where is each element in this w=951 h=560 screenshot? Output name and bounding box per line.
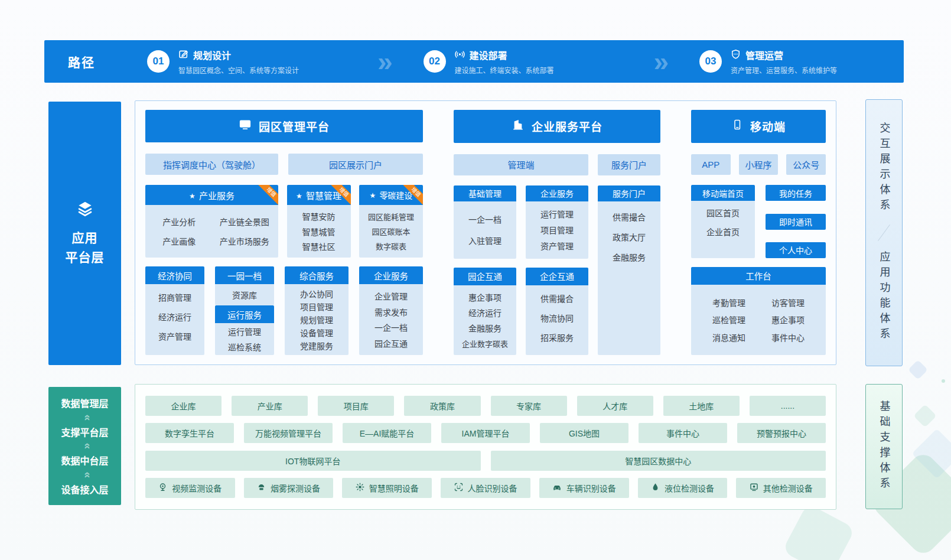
group-industry-services: 产业服务 增值 产业分析 产业链全景图 产业画像 产业市场服务 (145, 185, 278, 258)
group-item: 园企互通 (374, 337, 408, 349)
group-item: 巡检管理 (712, 314, 745, 325)
group-item: 产业画像 (162, 235, 196, 247)
droplet-icon (651, 483, 660, 493)
support-platform: 预警预报中心 (737, 423, 826, 443)
group-header: 经济协同 (145, 266, 204, 284)
phone-icon (731, 119, 743, 134)
device-box: 视频监测设备 (145, 478, 235, 498)
group-item: 智慧社区 (302, 240, 336, 252)
group-item: 惠企事项 (468, 291, 501, 303)
value-added-ribbon: 增值 (403, 185, 423, 205)
edit-icon (178, 49, 188, 61)
face-icon (454, 483, 463, 493)
device-label: 视频监测设备 (172, 482, 222, 494)
layer-label: 支撑平台层 (61, 425, 108, 439)
support-platform: 数字孪生平台 (145, 423, 234, 443)
group-comprehensive-services: 综合服务 办公协同 项目管理 规划管理 设备管理 党建服务 (285, 266, 349, 355)
data-library: 产业库 (232, 396, 308, 416)
group-item: 一企一档 (468, 213, 501, 225)
section-header: 园区管理平台 (145, 110, 423, 142)
step-description: 资产管理、运营服务、系统维护等 (731, 65, 837, 75)
device-label: 烟雾探测设备 (271, 482, 320, 494)
data-library: 政策库 (404, 396, 480, 416)
section-title: 企业服务平台 (532, 118, 602, 134)
decor-cube (908, 360, 928, 380)
data-and-support-panel: 企业库 产业库 项目库 政策库 专家库 人才库 土地库 ...... 数字孪生平… (135, 384, 836, 510)
group-item: 消息通知 (712, 331, 745, 343)
basic-support-system-bar: 基础支撑体系 (865, 384, 903, 509)
device-box: 烟雾探测设备 (244, 478, 334, 498)
smart-park-architecture-diagram: 路径 01 规划设计 智慧园区概念、空间、系统等方案设计 02 建设部署 建设施… (0, 0, 951, 560)
group-item: 园区碳账本 (372, 226, 410, 237)
group-item: 巡检系统 (228, 341, 261, 353)
value-added-ribbon: 增值 (331, 185, 351, 205)
group-header: 一园一档 (215, 266, 274, 284)
monitor-icon (239, 118, 252, 134)
group-header: 园企互通 (454, 268, 516, 285)
group-item: 产业分析 (162, 216, 196, 227)
device-box: 液位检测设备 (638, 478, 728, 498)
device-label: 人脸识别设备 (468, 482, 517, 494)
portal-command-center: 指挥调度中心（驾驶舱） (145, 154, 278, 175)
step-description: 智慧园区概念、空间、系统等方案设计 (178, 65, 299, 75)
group-item: 一企一档 (374, 321, 408, 333)
group-header: 综合服务 (285, 266, 349, 284)
portal-management-side: 管理端 (454, 154, 588, 175)
path-step-2: 02 建设部署 建设施工、终端安装、系统部署 (424, 48, 623, 75)
group-enterprise-to-enterprise: 企企互通 供需撮合 物流协同 招采服务 (526, 268, 588, 355)
group-header: 产业服务 增值 (145, 185, 278, 205)
group-item: 事件中心 (771, 331, 805, 343)
data-libraries-row: 企业库 产业库 项目库 政策库 专家库 人才库 土地库 ...... (145, 396, 826, 416)
value-added-ribbon: 增值 (258, 185, 278, 205)
decor-dot (942, 379, 945, 383)
star-icon (296, 190, 302, 200)
data-library: 项目库 (318, 396, 394, 416)
group-title: 产业服务 (199, 189, 235, 201)
group-item: 需求发布 (374, 306, 408, 318)
group-item: 资源库 (232, 289, 257, 301)
vertical-label: 基础支撑体系 (877, 401, 892, 493)
path-step-1: 01 规划设计 智慧园区概念、空间、系统等方案设计 (147, 48, 347, 75)
step-number-badge: 02 (424, 50, 446, 73)
group-header: 企业服务 (526, 185, 588, 201)
personal-center-button: 个人中心 (766, 242, 826, 258)
step-description: 建设施工、终端安装、系统部署 (455, 65, 554, 75)
group-economic-synergy: 经济协同 招商管理 经济运行 资产管理 (145, 266, 204, 355)
layer-label: 设备接入层 (61, 482, 108, 496)
application-platform-panel: 园区管理平台 指挥调度中心（驾驶舱） 园区展示门户 产业服务 增值 产业分析 产… (135, 100, 836, 365)
chevron-right-icon (347, 50, 424, 73)
device-label: 其他检测设备 (763, 482, 813, 494)
layer-label: 数据中台层 (61, 453, 108, 467)
light-icon (356, 483, 364, 493)
my-tasks-button: 我的任务 (766, 185, 826, 201)
support-platform: 事件中心 (639, 423, 727, 443)
car-icon (552, 483, 562, 493)
group-item: 资产管理 (540, 240, 574, 252)
star-icon (370, 190, 376, 200)
infrastructure-layers-sidebar: 数据管理层 支撑平台层 数据中台层 设备接入层 (48, 387, 121, 505)
group-header: 基础管理 (454, 185, 516, 201)
building-icon (512, 118, 525, 134)
section-title: 园区管理平台 (259, 118, 330, 134)
data-library: 土地库 (663, 396, 740, 416)
star-icon (189, 190, 196, 200)
middle-platforms-row: IOT物联网平台 智慧园区数据中心 (145, 451, 826, 471)
group-item: 智慧城管 (302, 226, 336, 237)
group-header: 移动端首页 (691, 185, 755, 201)
group-item: 访客管理 (771, 297, 805, 308)
group-column: 基础管理 一企一档 入驻管理 园企互通 惠企事项 经济运行 金融服务 企业数字碳… (454, 185, 516, 355)
group-park-enterprise-link: 园企互通 惠企事项 经济运行 金融服务 企业数字碳表 (454, 268, 516, 355)
portal-mini-program: 小程序 (739, 154, 779, 175)
camera-icon (158, 483, 167, 493)
group-basic-management: 基础管理 一企一档 入驻管理 (454, 185, 516, 259)
decor-cube (913, 404, 937, 428)
portal-park-display: 园区展示门户 (288, 154, 423, 175)
data-library: 专家库 (491, 396, 567, 416)
device-label: 液位检测设备 (665, 482, 714, 494)
group-enterprise-services: 企业服务 企业管理 需求发布 一企一档 园企互通 (359, 266, 423, 355)
mobile-section: 移动端 APP 小程序 公众号 移动端首页 园区首页 企业首页 我的任务 即时通… (691, 110, 826, 355)
group-item: 产业链全景图 (220, 216, 269, 227)
group-item: 企业管理 (374, 290, 408, 302)
instant-messaging-button: 即时通讯 (766, 214, 826, 230)
device-label: 智慧照明设备 (369, 482, 419, 494)
